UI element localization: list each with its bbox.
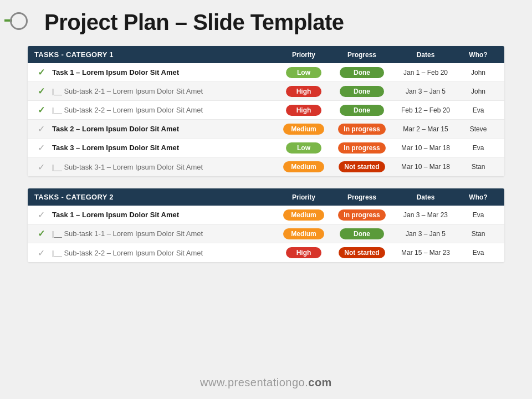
progress-badge: Done: [340, 228, 384, 239]
cat2-col-who: Who?: [459, 193, 498, 201]
progress-cell: Done: [331, 86, 392, 97]
priority-cell: High: [276, 86, 331, 97]
who-cell: Eva: [459, 249, 498, 257]
cat1-col-priority: Priority: [276, 51, 331, 59]
task-name: |__ Sub-task 3-1 – Lorem Ipsum Dolor Sit…: [51, 163, 276, 171]
table-row: ✓|__ Sub-task 3-1 – Lorem Ipsum Dolor Si…: [28, 157, 504, 176]
table-row: ✓Task 3 – Lorem Ipsum Dolor Sit AmetLowI…: [28, 139, 504, 157]
priority-cell: Low: [276, 67, 331, 78]
who-cell: Eva: [459, 106, 498, 114]
progress-badge: Done: [340, 67, 384, 78]
table-row: ✓|__ Sub-task 2-1 – Lorem Ipsum Dolor Si…: [28, 82, 504, 101]
checkmark-empty: ✓: [38, 124, 45, 134]
priority-badge: Medium: [283, 124, 324, 135]
task-name: Task 3 – Lorem Ipsum Dolor Sit Amet: [51, 144, 276, 152]
priority-badge: Low: [286, 142, 321, 154]
task-name: |__ Sub-task 1-1 – Lorem Ipsum Dolor Sit…: [51, 229, 276, 238]
cat2-col-priority: Priority: [276, 193, 331, 201]
priority-badge: Medium: [283, 161, 324, 172]
task-name: Task 1 – Lorem Ipsum Dolor Sit Amet: [51, 68, 276, 76]
task-name: |__ Sub-task 2-2 – Lorem Ipsum Dolor Sit…: [51, 249, 276, 257]
task-name: Task 1 – Lorem Ipsum Dolor Sit Amet: [51, 211, 276, 219]
dates-cell: Feb 12 – Feb 20: [392, 106, 459, 114]
priority-badge: Medium: [283, 228, 324, 239]
check-cell: ✓: [31, 209, 51, 220]
footer-text: www.presentationgo.com: [200, 376, 332, 388]
cat2-rows: ✓Task 1 – Lorem Ipsum Dolor Sit AmetMedi…: [28, 206, 504, 262]
progress-badge: Done: [340, 105, 384, 116]
priority-badge: Low: [286, 67, 321, 78]
footer: www.presentationgo.com: [0, 376, 532, 389]
dates-cell: Jan 3 – Jan 5: [392, 230, 459, 238]
category1-table: TASKS - CATEGORY 1 Priority Progress Dat…: [28, 46, 504, 176]
checkmark-solid: ✓: [38, 228, 45, 239]
dates-cell: Jan 3 – Mar 23: [392, 211, 459, 219]
who-cell: Eva: [459, 144, 498, 152]
check-cell: ✓: [31, 162, 51, 172]
cat1-rows: ✓Task 1 – Lorem Ipsum Dolor Sit AmetLowD…: [28, 63, 504, 176]
cat2-col-progress: Progress: [331, 193, 392, 201]
progress-badge: In progress: [338, 209, 385, 221]
check-cell: ✓: [31, 124, 51, 134]
check-cell: ✓: [31, 228, 51, 239]
checkmark-solid: ✓: [38, 67, 45, 78]
who-cell: Stan: [459, 230, 498, 238]
priority-badge: High: [286, 105, 321, 116]
cat2-header: TASKS - CATEGORY 2 Priority Progress Dat…: [28, 188, 504, 206]
table-row: ✓|__ Sub-task 2-2 – Lorem Ipsum Dolor Si…: [28, 101, 504, 120]
table-row: ✓Task 2 – Lorem Ipsum Dolor Sit AmetMedi…: [28, 120, 504, 139]
cat1-col-progress: Progress: [331, 51, 392, 59]
progress-cell: Not started: [331, 247, 392, 258]
check-cell: ✓: [31, 67, 51, 78]
progress-badge: Done: [340, 86, 384, 97]
page-container: Project Plan – Slide Template TASKS - CA…: [0, 0, 532, 399]
cat1-col-who: Who?: [459, 51, 498, 59]
priority-cell: Low: [276, 142, 331, 154]
cat1-title: TASKS - CATEGORY 1: [34, 50, 276, 59]
checkmark-empty: ✓: [38, 142, 45, 153]
table-row: ✓|__ Sub-task 1-1 – Lorem Ipsum Dolor Si…: [28, 224, 504, 243]
priority-cell: Medium: [276, 228, 331, 239]
check-cell: ✓: [31, 142, 51, 153]
priority-cell: Medium: [276, 209, 331, 221]
dates-cell: Jan 1 – Feb 20: [392, 69, 459, 76]
category2-table: TASKS - CATEGORY 2 Priority Progress Dat…: [28, 188, 504, 262]
check-cell: ✓: [31, 105, 51, 115]
who-cell: Eva: [459, 211, 498, 219]
progress-badge: In progress: [338, 124, 385, 135]
priority-badge: High: [286, 86, 321, 97]
progress-cell: In progress: [331, 142, 392, 154]
priority-badge: High: [286, 247, 321, 258]
progress-badge: Not started: [339, 161, 385, 172]
who-cell: Stan: [459, 163, 498, 171]
progress-cell: Not started: [331, 161, 392, 172]
progress-cell: Done: [331, 105, 392, 116]
checkmark-solid: ✓: [38, 105, 45, 115]
cat1-col-dates: Dates: [392, 51, 459, 59]
dates-cell: Jan 3 – Jan 5: [392, 88, 459, 95]
priority-cell: Medium: [276, 161, 331, 172]
task-name: |__ Sub-task 2-1 – Lorem Ipsum Dolor Sit…: [51, 87, 276, 95]
task-name: Task 2 – Lorem Ipsum Dolor Sit Amet: [51, 125, 276, 133]
check-cell: ✓: [31, 248, 51, 258]
who-cell: Steve: [459, 125, 498, 133]
table-row: ✓Task 1 – Lorem Ipsum Dolor Sit AmetMedi…: [28, 206, 504, 224]
deco-circle: [10, 12, 28, 30]
progress-badge: In progress: [338, 142, 385, 154]
checkmark-solid: ✓: [38, 86, 45, 96]
footer-bold: com: [308, 376, 332, 388]
table-row: ✓|__ Sub-task 2-2 – Lorem Ipsum Dolor Si…: [28, 243, 504, 262]
checkmark-empty: ✓: [38, 162, 45, 172]
page-title: Project Plan – Slide Template: [44, 10, 344, 35]
priority-cell: Medium: [276, 124, 331, 135]
progress-badge: Not started: [339, 247, 385, 258]
checkmark-empty: ✓: [38, 248, 45, 258]
task-name: |__ Sub-task 2-2 – Lorem Ipsum Dolor Sit…: [51, 106, 276, 114]
cat2-title: TASKS - CATEGORY 2: [34, 193, 276, 201]
priority-cell: High: [276, 105, 331, 116]
dates-cell: Mar 2 – Mar 15: [392, 125, 459, 133]
progress-cell: Done: [331, 67, 392, 78]
header: Project Plan – Slide Template: [0, 0, 532, 40]
cat1-header: TASKS - CATEGORY 1 Priority Progress Dat…: [28, 46, 504, 63]
main-content: TASKS - CATEGORY 1 Priority Progress Dat…: [0, 40, 532, 280]
